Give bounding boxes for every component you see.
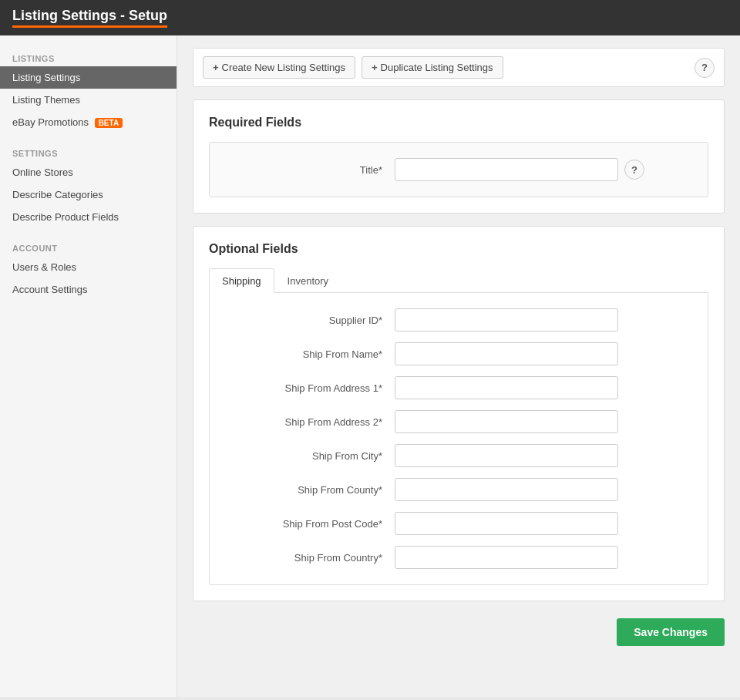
sidebar-item-listing-themes[interactable]: Listing Themes [0,89,177,111]
page-wrapper: Listing Settings - Setup LISTINGS Listin… [0,0,740,700]
ship-from-county-label: Ship From County* [225,484,395,496]
create-new-listing-settings-button[interactable]: + Create New Listing Settings [203,56,355,79]
plus-icon: + [213,62,219,73]
footer-actions: Save Changes [193,611,725,654]
toolbar-help-button[interactable]: ? [695,58,715,78]
ship-from-post-code-row: Ship From Post Code* [225,512,692,535]
ship-from-country-label: Ship From Country* [225,552,395,564]
ship-from-address-2-label: Ship From Address 2* [225,416,395,428]
sidebar-section-listings: LISTINGS [0,48,177,66]
tab-inventory[interactable]: Inventory [274,268,341,293]
sidebar: LISTINGS Listing Settings Listing Themes… [0,35,177,697]
ship-from-name-input[interactable] [395,342,618,365]
sidebar-section-account: ACCOUNT [0,237,177,256]
ship-from-name-label: Ship From Name* [225,348,395,360]
page-header: Listing Settings - Setup [0,0,740,35]
sidebar-item-listing-settings[interactable]: Listing Settings [0,66,177,89]
ship-from-city-row: Ship From City* [225,444,692,467]
sidebar-section-settings: SETTINGS [0,143,177,161]
ship-from-country-input[interactable] [395,546,618,569]
supplier-id-label: Supplier ID* [225,315,395,326]
ship-from-city-label: Ship From City* [225,450,395,462]
title-underline [12,25,167,28]
tab-shipping[interactable]: Shipping [209,268,274,293]
ship-from-address-2-input[interactable] [395,410,618,433]
optional-fields-title: Optional Fields [209,242,708,256]
main-layout: LISTINGS Listing Settings Listing Themes… [0,35,740,697]
required-fields-title: Required Fields [209,116,708,130]
sidebar-item-users-roles[interactable]: Users & Roles [0,256,177,278]
sidebar-item-online-stores[interactable]: Online Stores [0,161,177,183]
required-fields-container: Required Fields Title* ? [193,99,725,214]
title-label: Title* [225,164,395,176]
ship-from-address-1-label: Ship From Address 1* [225,382,395,394]
sidebar-item-describe-product-fields[interactable]: Describe Product Fields [0,206,177,228]
content-area: + Create New Listing Settings + Duplicat… [177,35,740,697]
toolbar: + Create New Listing Settings + Duplicat… [193,48,725,87]
ship-from-country-row: Ship From Country* [225,546,692,569]
sidebar-item-account-settings[interactable]: Account Settings [0,278,177,301]
sidebar-item-ebay-promotions[interactable]: eBay Promotions BETA [0,111,177,133]
page-title-block: Listing Settings - Setup [12,8,167,28]
ship-from-post-code-label: Ship From Post Code* [225,518,395,530]
ship-from-post-code-input[interactable] [395,512,618,535]
ship-from-name-row: Ship From Name* [225,342,692,365]
title-help-button[interactable]: ? [624,160,644,180]
sidebar-item-describe-categories[interactable]: Describe Categories [0,183,177,206]
ship-from-address-1-input[interactable] [395,376,618,399]
duplicate-listing-settings-button[interactable]: + Duplicate Listing Settings [362,56,503,79]
save-changes-button[interactable]: Save Changes [617,618,725,646]
ship-from-address-1-row: Ship From Address 1* [225,376,692,399]
ship-from-city-input[interactable] [395,444,618,467]
title-field-row: Title* ? [225,158,692,181]
tab-content-shipping: Supplier ID* Ship From Name* Ship From A… [209,293,708,585]
ship-from-county-row: Ship From County* [225,478,692,501]
ship-from-address-2-row: Ship From Address 2* [225,410,692,433]
supplier-id-row: Supplier ID* [225,308,692,331]
beta-badge: BETA [95,118,123,128]
required-fields-box: Title* ? [209,142,708,197]
title-input[interactable] [395,158,618,181]
page-title: Listing Settings - Setup [12,8,167,24]
optional-fields-container: Optional Fields Shipping Inventory Suppl… [193,226,725,601]
ship-from-county-input[interactable] [395,478,618,501]
supplier-id-input[interactable] [395,308,618,331]
duplicate-icon: + [372,62,378,73]
tabs-bar: Shipping Inventory [209,268,708,293]
